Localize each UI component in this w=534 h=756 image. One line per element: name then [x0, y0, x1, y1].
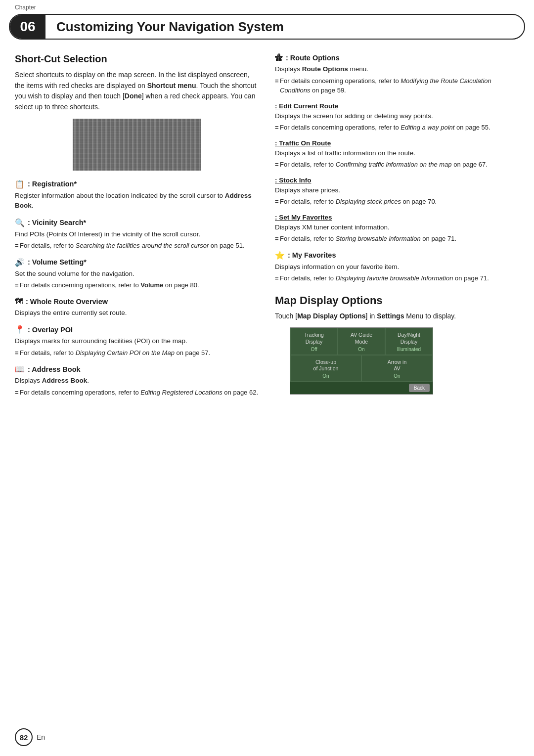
item-registration: 📋 : Registration* Register information a…	[15, 179, 259, 211]
edit-route-note: For details concerning operations, refer…	[275, 123, 519, 133]
route-options-note: For details concerning operations, refer…	[275, 76, 519, 95]
nav-cell-av-guide: AV GuideMode On	[338, 328, 385, 355]
set-favorites-heading: : Set My Favorites	[275, 214, 519, 221]
nav-cell-closeup: Close-upof Junction On	[290, 355, 361, 382]
edit-route-body: Displays the screen for adding or deleti…	[275, 111, 519, 122]
volume-setting-heading: : Volume Setting*	[28, 258, 87, 266]
item-set-my-favorites: : Set My Favorites Displays XM tuner con…	[275, 214, 519, 244]
chapter-label: Chapter	[15, 4, 36, 11]
stock-info-body: Displays share prices.	[275, 185, 519, 196]
nav-back-button[interactable]: Back	[409, 384, 430, 392]
my-favorites-heading: : My Favorites	[288, 251, 336, 259]
right-column: 🛣 : Route Options Displays Route Options…	[275, 53, 519, 404]
chapter-header: 06 Customizing Your Navigation System	[9, 14, 525, 40]
map-display-section: Map Display Options Touch [Map Display O…	[275, 294, 519, 395]
overlay-poi-heading: : Overlay POI	[28, 326, 73, 334]
item-stock-info: : Stock Info Displays share prices. For …	[275, 177, 519, 207]
registration-icon: 📋	[15, 179, 25, 189]
whole-route-heading: : Whole Route Overview	[26, 298, 108, 306]
traffic-route-note: For details, refer to Confirming traffic…	[275, 160, 519, 170]
page-footer: 82 En	[15, 728, 45, 746]
nav-cell-day-night: Day/NightDisplay Illuminated	[385, 328, 433, 355]
nav-cell-arrow-av: Arrow inAV On	[361, 355, 433, 382]
item-vicinity-search: 🔍 : Vicinity Search* Find POIs (Points O…	[15, 218, 259, 251]
whole-route-body: Displays the entire currently set route.	[15, 308, 259, 318]
content-area: Short-Cut Selection Select shortcuts to …	[0, 53, 534, 404]
registration-heading: : Registration*	[28, 180, 77, 188]
address-book-icon: 📖	[15, 364, 25, 374]
edit-route-heading: : Edit Current Route	[275, 102, 519, 110]
chapter-number: 06	[10, 15, 45, 39]
vicinity-search-body: Find POIs (Points Of Interest) in the vi…	[15, 229, 259, 240]
nav-screen-row1: TrackingDisplay Off AV GuideMode On Day/…	[290, 328, 433, 355]
set-favorites-body: Displays XM tuner content information.	[275, 222, 519, 233]
route-options-heading: : Route Options	[286, 54, 340, 62]
vicinity-search-note: For details, refer to Searching the faci…	[15, 241, 259, 251]
map-display-screen: TrackingDisplay Off AV GuideMode On Day/…	[290, 327, 433, 395]
vicinity-search-heading: : Vicinity Search*	[28, 219, 86, 226]
item-overlay-poi: 📍 : Overlay POI Displays marks for surro…	[15, 325, 259, 357]
nav-cell-tracking: TrackingDisplay Off	[290, 328, 338, 355]
item-volume-setting: 🔊 : Volume Setting* Set the sound volume…	[15, 258, 259, 290]
address-book-body: Displays Address Book.	[15, 376, 259, 386]
vicinity-search-icon: 🔍	[15, 218, 25, 227]
volume-setting-body: Set the sound volume for the navigation.	[15, 269, 259, 279]
route-options-body: Displays Route Options menu.	[275, 64, 519, 75]
page-number: 82	[15, 728, 33, 746]
nav-screen-row2: Close-upof Junction On Arrow inAV On	[290, 355, 433, 382]
volume-setting-icon: 🔊	[15, 258, 25, 267]
set-favorites-note: For details, refer to Storing browsable …	[275, 234, 519, 244]
stock-info-heading: : Stock Info	[275, 177, 519, 184]
overlay-poi-body: Displays marks for surrounding facilitie…	[15, 336, 259, 347]
address-book-heading: : Address Book	[28, 365, 81, 373]
nav-back-row: Back	[290, 382, 433, 394]
traffic-route-body: Displays a list of traffic information o…	[275, 148, 519, 159]
map-display-intro: Touch [Map Display Options] in Settings …	[275, 311, 519, 322]
overlay-poi-icon: 📍	[15, 325, 25, 334]
address-book-note: For details concerning operations, refer…	[15, 388, 259, 398]
map-display-title: Map Display Options	[275, 294, 519, 307]
overlay-poi-note: For details, refer to Displaying Certain…	[15, 348, 259, 358]
item-my-favorites: ⭐ : My Favorites Displays information on…	[275, 251, 519, 283]
page-lang: En	[37, 733, 45, 741]
my-favorites-note: For details, refer to Displaying favorit…	[275, 273, 519, 283]
whole-route-icon: 🗺	[15, 297, 23, 306]
item-whole-route: 🗺 : Whole Route Overview Displays the en…	[15, 297, 259, 318]
left-column: Short-Cut Selection Select shortcuts to …	[15, 53, 259, 404]
item-route-options: 🛣 : Route Options Displays Route Options…	[275, 53, 519, 95]
stock-info-note: For details, refer to Displaying stock p…	[275, 197, 519, 207]
traffic-route-heading: : Traffic On Route	[275, 139, 519, 147]
item-traffic-on-route: : Traffic On Route Displays a list of tr…	[275, 139, 519, 170]
my-favorites-icon: ⭐	[275, 251, 285, 260]
shortcut-screenshot	[73, 119, 201, 171]
chapter-title: Customizing Your Navigation System	[45, 19, 284, 35]
short-cut-section-title: Short-Cut Selection	[15, 53, 259, 65]
volume-setting-note: For details concerning operations, refer…	[15, 280, 259, 290]
short-cut-intro: Select shortcuts to display on the map s…	[15, 70, 259, 113]
item-address-book: 📖 : Address Book Displays Address Book. …	[15, 364, 259, 397]
registration-body: Register information about the location …	[15, 191, 259, 211]
item-edit-current-route: : Edit Current Route Displays the screen…	[275, 102, 519, 133]
my-favorites-body: Displays information on your favorite it…	[275, 262, 519, 272]
route-options-icon: 🛣	[275, 53, 283, 62]
